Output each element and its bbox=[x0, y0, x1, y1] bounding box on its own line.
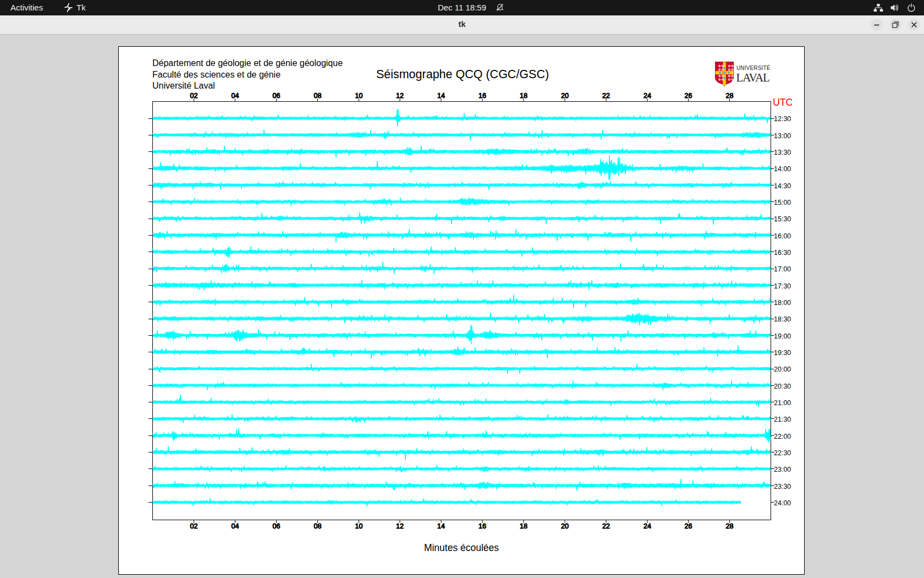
svg-text:20: 20 bbox=[561, 92, 569, 100]
svg-text:22: 22 bbox=[602, 522, 610, 530]
svg-text:13:30: 13:30 bbox=[774, 149, 791, 156]
svg-text:13:00: 13:00 bbox=[774, 132, 791, 140]
svg-text:16: 16 bbox=[479, 92, 486, 100]
svg-text:20:00: 20:00 bbox=[774, 366, 791, 373]
svg-text:UTC: UTC bbox=[773, 97, 793, 108]
svg-text:28: 28 bbox=[726, 92, 734, 100]
svg-text:02: 02 bbox=[190, 92, 198, 100]
svg-text:24: 24 bbox=[644, 92, 651, 100]
svg-text:04: 04 bbox=[232, 92, 239, 100]
svg-text:28: 28 bbox=[726, 522, 734, 530]
svg-text:18: 18 bbox=[520, 522, 527, 530]
svg-text:12:30: 12:30 bbox=[774, 115, 791, 123]
svg-text:18:30: 18:30 bbox=[774, 315, 791, 323]
svg-text:17:30: 17:30 bbox=[774, 282, 791, 290]
svg-text:21:30: 21:30 bbox=[774, 416, 791, 423]
svg-text:02: 02 bbox=[190, 522, 198, 530]
svg-text:17:00: 17:00 bbox=[774, 265, 791, 273]
svg-text:22:00: 22:00 bbox=[774, 433, 791, 440]
svg-text:06: 06 bbox=[273, 92, 280, 100]
svg-text:08: 08 bbox=[314, 522, 322, 530]
svg-text:21:00: 21:00 bbox=[774, 399, 791, 407]
svg-text:14: 14 bbox=[437, 522, 445, 530]
svg-text:15:00: 15:00 bbox=[774, 199, 791, 206]
svg-text:24:00: 24:00 bbox=[774, 499, 791, 507]
svg-text:24: 24 bbox=[644, 522, 651, 530]
svg-text:23:30: 23:30 bbox=[774, 483, 791, 490]
svg-text:22:30: 22:30 bbox=[774, 449, 791, 457]
svg-text:15:30: 15:30 bbox=[774, 215, 791, 223]
svg-text:20: 20 bbox=[561, 522, 569, 530]
svg-text:14:30: 14:30 bbox=[774, 182, 791, 190]
svg-text:16:30: 16:30 bbox=[774, 249, 791, 257]
svg-text:04: 04 bbox=[232, 522, 239, 530]
svg-text:20:30: 20:30 bbox=[774, 383, 791, 390]
svg-text:14:00: 14:00 bbox=[774, 165, 791, 173]
svg-text:08: 08 bbox=[314, 92, 322, 100]
svg-text:16:00: 16:00 bbox=[774, 232, 791, 240]
svg-text:10: 10 bbox=[355, 522, 363, 530]
svg-text:22: 22 bbox=[602, 92, 610, 100]
svg-text:12: 12 bbox=[396, 522, 404, 530]
svg-text:10: 10 bbox=[355, 92, 363, 100]
svg-text:14: 14 bbox=[437, 92, 445, 100]
svg-text:18:00: 18:00 bbox=[774, 299, 791, 307]
svg-text:18: 18 bbox=[520, 92, 527, 100]
svg-text:12: 12 bbox=[396, 92, 404, 100]
svg-text:19:30: 19:30 bbox=[774, 349, 791, 357]
svg-text:23:00: 23:00 bbox=[774, 466, 791, 473]
svg-text:16: 16 bbox=[479, 522, 486, 530]
svg-text:06: 06 bbox=[273, 522, 280, 530]
svg-text:26: 26 bbox=[685, 522, 692, 530]
svg-text:19:00: 19:00 bbox=[774, 332, 791, 340]
svg-text:26: 26 bbox=[685, 92, 692, 100]
